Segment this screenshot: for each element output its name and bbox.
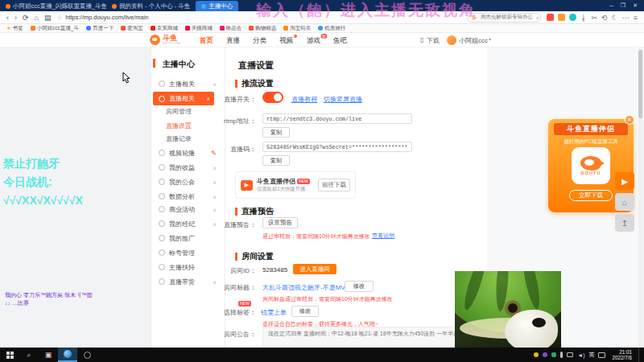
scrollbar-thumb[interactable] [638,50,642,118]
taskbar-clock[interactable]: 21:01 2022/7/6 [609,349,634,360]
search-icon[interactable]: ⌕ [536,14,539,21]
sidebar-item-anchor[interactable]: 主播相关 ∧ [153,77,224,90]
nav-live[interactable]: 直播 [226,36,240,46]
tab-title: 我的资料 - 个人中心 - 斗鱼 [119,2,190,10]
copy-code-button[interactable]: 复制 [262,155,290,166]
history-icon[interactable]: ⟲ [601,14,608,22]
fab-top-button[interactable]: ↥ [615,214,634,232]
sidebar-item-title-manage[interactable]: 称号管理 [153,246,224,259]
bookmark-star-icon[interactable]: ☆ [57,14,63,21]
section-bar [235,80,237,88]
input-language-indicator[interactable]: 英 [588,351,594,359]
nav-category[interactable]: 分类 [253,36,266,46]
overlay-record-marks: √√√XX√X√√√√X [3,191,83,210]
sidebar-item-earnings[interactable]: 我的收益 ∧ [153,161,224,174]
browser-tab-1[interactable]: 小阿姐ccc直播_闪烁联盟直播_斗鱼总 [0,1,106,11]
bookmark-item[interactable]: 天猫商城 [185,25,213,32]
copy-rtmp-button[interactable]: 复制 [262,127,290,138]
chat-tray-icon[interactable] [567,352,573,357]
rtmp-input[interactable] [262,113,412,124]
nav-game[interactable]: 游戏 [307,36,320,46]
extension-icon[interactable] [569,14,576,21]
avatar[interactable] [447,35,456,45]
bookmark-favicon [31,26,35,31]
download-app-link[interactable]: 下载 [427,36,440,45]
night-mode-icon[interactable]: ☾ [612,14,618,22]
back-icon[interactable]: ‹ [6,14,9,22]
browser-search-box[interactable]: S· 周杰伦解锁新专辑办公 ⌕ [467,13,541,23]
sidebar-item-guild[interactable]: 我的公会 ∧ [153,175,224,188]
promo-close-icon[interactable]: ✕ [625,115,634,125]
close-icon[interactable]: ✕ [633,2,638,9]
url-bar[interactable]: ☆ https://mp.douyu.com/live/main [57,13,230,23]
tray-app-icon[interactable] [543,352,547,357]
live-switch-toggle[interactable] [262,92,283,103]
bookmark-item[interactable]: 百度一下 [86,25,114,32]
mic-tray-icon[interactable] [560,352,563,358]
douyu-logo[interactable]: 斗鱼 DOUYU.COM [150,35,180,45]
tray-app-icon[interactable] [534,352,539,357]
bookmark-item[interactable]: 机票旅行 [318,25,345,32]
sidebar-subitem-live-settings[interactable]: 直播设置 [166,120,192,131]
extension-row: ⭳ ✂ ⟲ ☾ ⋯ ≡ [547,14,638,22]
reader-icon[interactable]: ▤ [44,14,52,22]
screenshot-icon[interactable]: ✂ [592,14,598,22]
minimize-icon[interactable]: ─ [609,3,613,9]
volume-icon[interactable]: ◄) [577,352,584,358]
modify-title-button[interactable]: 修改 [345,281,374,292]
section-bar [235,253,237,261]
refresh-icon[interactable]: ⟳ [23,14,29,22]
promo-download-button[interactable]: 立即下载 [569,190,613,201]
forward-icon[interactable]: › [14,14,17,22]
browser-tab-2[interactable]: 我的资料 - 个人中心 - 斗鱼 [106,1,196,11]
nav-video[interactable]: 视频 [279,36,293,46]
tray-app-icon[interactable] [551,352,556,357]
sidebar-item-analytics[interactable]: 数据分析 ∧ [153,190,224,203]
sidebar-subitem-live-records[interactable]: 直播记录 [166,133,192,144]
taskbar-search-icon[interactable]: ⌕ [19,348,39,362]
sidebar-item-business[interactable]: 商业活动 ∧ [153,203,224,216]
fab-playback-button[interactable]: ▶ [615,172,634,190]
bookmark-item[interactable]: 淘宝特卖 [283,25,311,32]
more-icon[interactable]: ⋯ [622,14,630,22]
nav-yuba[interactable]: 鱼吧 [333,36,347,46]
view-instructions-link[interactable]: 查看说明 [372,232,394,240]
extension-icon[interactable] [547,14,554,21]
bookmark-item[interactable]: 京东商城 [151,25,178,32]
extension-icon[interactable] [558,14,565,21]
sidebar-subitem-room-manage[interactable]: 房间管理 [166,105,192,117]
douyu-header: 斗鱼 DOUYU.COM 首页 直播 分类 视频 游戏 新 鱼吧 ▯ 下载 小阿… [0,33,644,47]
restore-icon[interactable]: ❐ [621,2,625,9]
modify-tag-button[interactable]: 修改 [291,306,319,317]
set-preview-button[interactable]: 设置预告 [262,217,298,228]
companion-download-button[interactable]: 前往下载 [318,179,350,191]
bookmarks-root[interactable]: ★书签 [6,25,23,32]
username[interactable]: 小阿姐ccc [459,36,488,45]
stream-code-input[interactable] [262,142,412,152]
start-button[interactable] [0,348,19,362]
sidebar-item-label: 商业活动 [169,205,195,214]
task-view-icon[interactable]: ▣ [39,348,58,362]
tutorial-link[interactable]: 直播教程 [291,95,317,104]
touch-keyboard-icon[interactable] [598,352,605,358]
taskbar-app-icon[interactable] [77,348,97,362]
vertical-mode-link[interactable]: 切换竖屏直播 [324,95,362,104]
bookmark-item[interactable]: 购物精选 [249,25,276,32]
chevron-down-icon[interactable]: ▾ [489,36,491,42]
bookmark-item[interactable]: 唯品会 [220,25,242,32]
fab-home-button[interactable]: ⌂ [615,193,634,211]
home-icon[interactable]: ⌂ [35,14,39,22]
page-scrollbar[interactable] [638,48,642,346]
nav-home[interactable]: 首页 [200,36,213,46]
download-manager-icon[interactable]: ⭳ [580,14,588,22]
webcam-overlay [455,271,561,348]
bookmark-item[interactable]: 爱淘宝 [121,25,143,32]
sidebar-item-promotion[interactable]: 我的推广 [153,232,224,245]
menu-icon[interactable]: ≡ [634,14,638,22]
bookmark-item[interactable]: 小阿姐ccc直播_斗 [31,25,79,32]
enter-room-button[interactable]: 进入直播间 [293,264,336,274]
browser-tab-active[interactable]: 主播中心 [196,1,238,11]
taskbar-browser-icon[interactable] [58,348,77,362]
room-notice-textarea[interactable]: 现在正式归来 直播时间：中12-晚18 晚21-凌 18年无限火力450连胜 一… [262,327,481,347]
show-desktop-button[interactable] [638,348,641,362]
